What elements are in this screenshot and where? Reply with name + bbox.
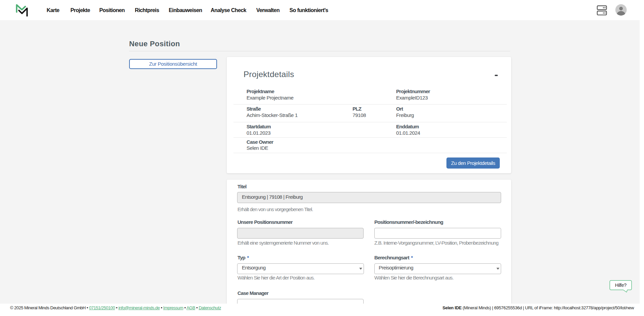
svg-text:Hilfe?: Hilfe? [615,282,627,288]
